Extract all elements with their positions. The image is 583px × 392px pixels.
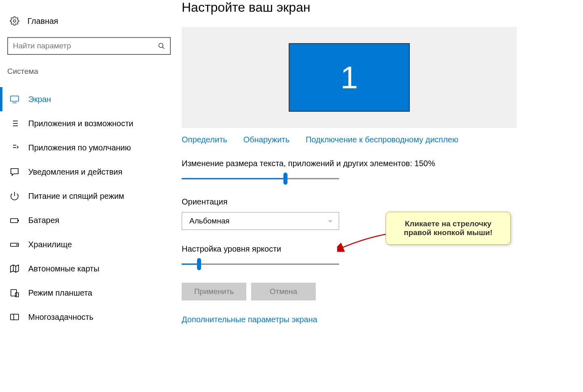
monitor-tile[interactable]: 1 [289,43,410,112]
map-icon [10,264,19,273]
search-icon [158,42,165,50]
apply-button[interactable]: Применить [182,283,246,300]
callout-line2: правой кнопкой мыши! [391,228,505,237]
slider-thumb[interactable] [283,173,287,185]
svg-point-0 [13,20,16,22]
slider-fill [182,178,285,179]
orientation-value: Альбомная [189,217,230,225]
multitask-icon [10,312,19,322]
advanced-link[interactable]: Дополнительные параметры экрана [182,315,571,324]
callout-line1: Кликаете на стрелочку [391,219,505,228]
svg-point-19 [17,244,17,245]
sidebar-item-label: Режим планшета [28,288,92,298]
sidebar-item-maps[interactable]: Автономные карты [0,256,182,281]
chevron-down-icon [327,218,333,224]
svg-rect-3 [10,96,19,101]
cancel-button[interactable]: Отмена [251,283,316,300]
list-icon [10,119,19,128]
sidebar-item-tablet[interactable]: Режим планшета [0,281,182,305]
sidebar-item-display[interactable]: Экран [0,87,182,111]
sidebar-item-defaults[interactable]: Приложения по умолчанию [0,136,182,160]
section-heading: Система [0,67,182,87]
sidebar-item-label: Многозадачность [28,313,93,322]
sidebar-item-label: Экран [28,95,51,104]
svg-marker-20 [10,265,19,272]
sidebar-item-label: Батарея [28,216,59,225]
brightness-slider[interactable] [182,259,339,269]
page-title: Настройте ваш экран [182,0,571,27]
drive-icon [10,240,19,249]
defaults-icon [10,143,19,152]
slider-track [182,264,339,265]
tablet-icon [10,288,19,298]
gear-icon [10,16,19,26]
identify-link[interactable]: Определить [182,135,227,144]
sidebar-item-apps[interactable]: Приложения и возможности [0,111,182,136]
svg-line-2 [162,47,164,49]
sidebar-item-label: Приложения и возможности [28,119,133,128]
sidebar-item-storage[interactable]: Хранилище [0,232,182,256]
sidebar-item-label: Приложения по умолчанию [28,143,131,152]
sidebar-item-label: Уведомления и действия [28,167,122,177]
svg-point-1 [159,43,163,48]
power-icon [10,191,19,201]
search-container [0,37,182,67]
main-content: Настройте ваш экран 1 Определить Обнаруж… [182,0,583,392]
slider-thumb[interactable] [197,258,201,270]
svg-rect-25 [10,314,19,320]
sidebar-item-label: Хранилище [28,240,72,249]
orientation-label: Ориентация [182,197,571,206]
monitor-number: 1 [340,59,358,96]
callout-arrow [337,226,390,258]
orientation-dropdown[interactable]: Альбомная [182,212,339,230]
sidebar-item-battery[interactable]: Батарея [0,208,182,232]
action-buttons: Применить Отмена [182,283,571,300]
svg-rect-16 [10,219,18,223]
battery-icon [10,215,19,225]
annotation-callout: Кликаете на стрелочку правой кнопкой мыш… [386,212,511,245]
sidebar-item-notifications[interactable]: Уведомления и действия [0,160,182,184]
chat-icon [10,167,19,177]
search-input[interactable] [7,37,171,55]
home-link[interactable]: Главная [0,12,182,37]
home-label: Главная [27,17,58,26]
sidebar-item-power[interactable]: Питание и спящий режим [0,184,182,208]
sidebar-item-label: Питание и спящий режим [28,192,124,201]
sidebar-item-multitask[interactable]: Многозадачность [0,305,182,329]
monitor-icon [10,94,19,104]
detect-link[interactable]: Обнаружить [243,135,289,144]
display-preview[interactable]: 1 [182,27,517,128]
scale-label: Изменение размера текста, приложений и д… [182,159,571,168]
display-actions: Определить Обнаружить Подключение к бесп… [182,135,571,144]
sidebar: Главная Система Экран Приложения и возмо… [0,0,182,392]
scale-slider[interactable] [182,174,339,183]
search-field[interactable] [13,42,158,50]
wireless-link[interactable]: Подключение к беспроводному дисплею [306,135,458,144]
slider-fill [182,264,199,265]
sidebar-item-label: Автономные карты [28,264,99,273]
